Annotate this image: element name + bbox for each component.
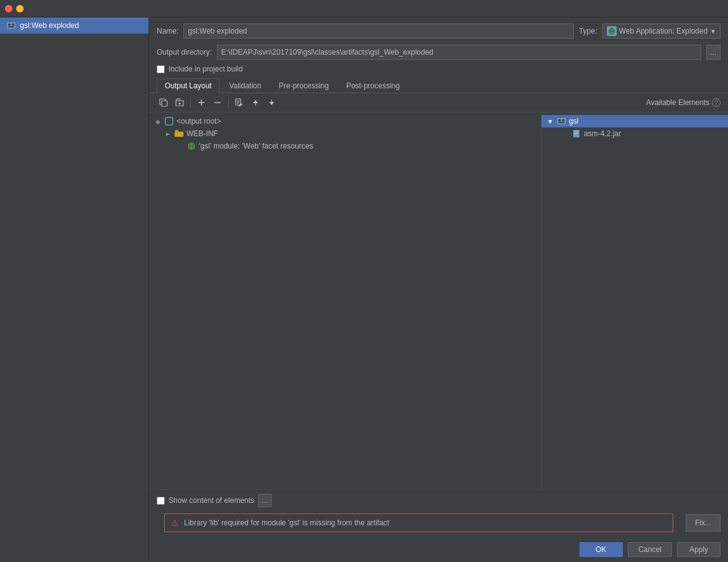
artifact-icon [6, 21, 16, 30]
web-inf-label: WEB-INF [187, 129, 218, 138]
svg-rect-1 [8, 24, 11, 25]
output-browse-button[interactable]: ... [706, 45, 721, 60]
gsl-facet-label: 'gsl' module: 'Web' facet resources [199, 142, 313, 150]
gsl-icon [556, 116, 566, 126]
bottom-buttons: OK Cancel Apply [149, 537, 728, 562]
fix-button[interactable]: Fix... [686, 514, 721, 532]
main-container: gsl:Web exploded Name: Type: Web Applica… [0, 17, 728, 562]
output-root-label: <output root> [177, 117, 221, 126]
cancel-button[interactable]: Cancel [628, 542, 672, 557]
svg-rect-3 [8, 26, 14, 27]
show-content-row: Show content of elements ... [149, 490, 728, 511]
asm-jar-label: asm-4.2.jar [584, 129, 621, 138]
output-root-icon [164, 116, 174, 126]
tree-item-web-inf[interactable]: ► WEB-INF [149, 127, 541, 140]
remove-button[interactable] [211, 96, 224, 109]
svg-rect-24 [557, 118, 566, 124]
sidebar-item-label: gsl:Web exploded [20, 21, 79, 30]
svg-rect-25 [558, 119, 561, 121]
toolbar-separator-2 [228, 97, 229, 108]
show-content-button[interactable]: ... [258, 494, 272, 507]
name-row: Name: Type: Web Application: Exploded ▼ [149, 17, 728, 42]
type-icon [607, 26, 617, 36]
web-inf-arrow: ► [164, 131, 172, 137]
right-tree-item-asm-jar[interactable]: asm-4.2.jar [541, 127, 728, 140]
web-inf-icon [174, 129, 184, 139]
toolbar-separator-1 [190, 97, 191, 108]
available-elements-label: Available Elements [646, 98, 709, 107]
svg-rect-28 [573, 130, 579, 137]
svg-rect-26 [562, 119, 564, 121]
titlebar [0, 0, 728, 17]
tab-validation[interactable]: Validation [221, 78, 269, 93]
include-in-build-row: Include in project build [149, 62, 728, 76]
warning-section: ⚠ Library 'lib' required for module 'gsl… [149, 511, 728, 537]
type-chevron-icon: ▼ [710, 28, 716, 35]
move-up-button[interactable] [249, 96, 262, 109]
minimize-btn[interactable] [16, 5, 24, 12]
move-down-button[interactable] [265, 96, 279, 109]
apply-button[interactable]: Apply [677, 542, 721, 557]
add-button[interactable] [195, 96, 208, 109]
right-tree-item-gsl[interactable]: ▼ gsl [541, 115, 728, 127]
tab-post-processing[interactable]: Post-processing [338, 78, 408, 93]
asm-jar-icon [571, 129, 581, 139]
ok-button[interactable]: OK [579, 542, 623, 557]
include-in-build-label: Include in project build [168, 65, 242, 73]
output-dir-input[interactable] [217, 45, 701, 60]
sidebar-item-gsl-web-exploded[interactable]: gsl:Web exploded [0, 17, 149, 34]
output-dir-row: Output directory: ... [149, 42, 728, 62]
type-value: Web Application: Exploded [619, 27, 708, 35]
close-btn[interactable] [5, 5, 12, 12]
left-tree: ◆ <output root> ► [149, 113, 541, 489]
svg-rect-8 [162, 101, 167, 106]
name-input[interactable] [183, 24, 574, 39]
gsl-arrow: ▼ [546, 118, 554, 125]
right-tree: ▼ gsl [541, 113, 728, 489]
right-panel: Name: Type: Web Application: Exploded ▼ … [149, 17, 728, 562]
gsl-label: gsl [569, 117, 578, 126]
tree-item-gsl-facet[interactable]: 'gsl' module: 'Web' facet resources [149, 140, 541, 152]
svg-rect-2 [12, 24, 14, 25]
help-icon[interactable]: ? [712, 98, 721, 107]
available-elements-section: Available Elements ? [646, 98, 721, 107]
svg-rect-27 [558, 122, 564, 123]
bottom-area: Show content of elements ... ⚠ Library '… [149, 489, 728, 562]
type-label: Type: [579, 27, 597, 35]
content-area: ◆ <output root> ► [149, 113, 728, 489]
tab-pre-processing[interactable]: Pre-processing [270, 78, 337, 93]
toolbar-row: Available Elements ? [149, 93, 728, 113]
svg-rect-20 [165, 117, 173, 125]
warning-icon: ⚠ [171, 518, 179, 528]
warning-message: Library 'lib' required for module 'gsl' … [184, 518, 389, 527]
include-in-build-checkbox[interactable] [157, 65, 165, 73]
show-content-checkbox[interactable] [157, 497, 165, 505]
type-select[interactable]: Web Application: Exploded ▼ [602, 24, 721, 39]
svg-rect-0 [7, 22, 16, 29]
tabs-row: Output Layout Validation Pre-processing … [149, 76, 728, 93]
output-dir-label: Output directory: [157, 48, 212, 57]
add-copy-button[interactable] [157, 96, 170, 109]
output-root-arrow: ◆ [154, 118, 162, 125]
sidebar: gsl:Web exploded [0, 17, 149, 562]
tab-output-layout[interactable]: Output Layout [157, 78, 219, 93]
name-label: Name: [157, 27, 178, 35]
warning-box: ⚠ Library 'lib' required for module 'gsl… [164, 514, 673, 532]
tree-item-output-root[interactable]: ◆ <output root> [149, 115, 541, 127]
show-content-label: Show content of elements [168, 496, 254, 505]
edit-button[interactable] [233, 96, 246, 109]
add-directory-button[interactable] [173, 96, 187, 109]
gsl-facet-icon [187, 141, 196, 151]
